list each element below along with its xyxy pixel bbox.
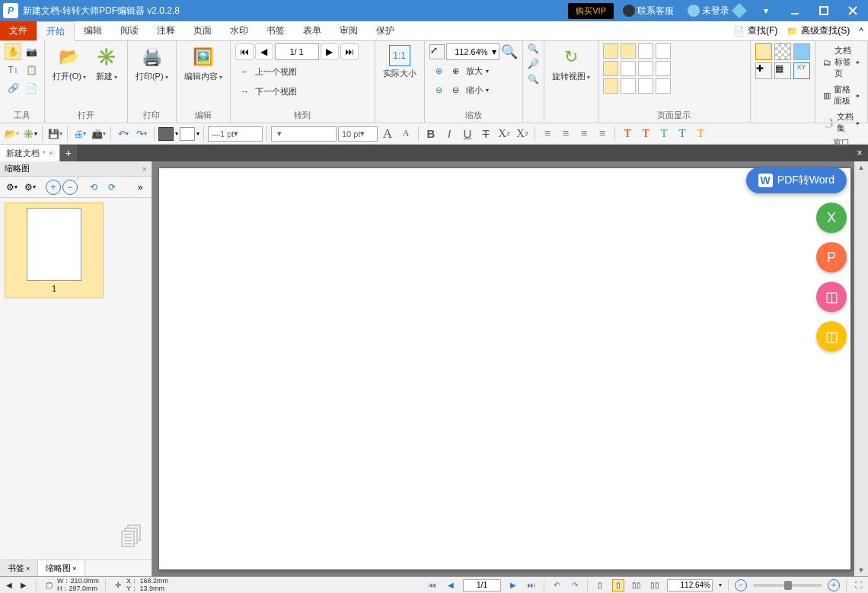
layout-7-icon[interactable] [638,61,653,76]
scroll-down-icon[interactable]: ▼ [854,564,868,576]
print-button[interactable]: 🖨️ 打印(P) [132,43,171,84]
sb-layout3-icon[interactable]: ▯▯ [630,579,643,591]
layout-continuous-icon[interactable] [621,43,636,59]
grid-icon[interactable]: ▦ [774,62,791,79]
thumbnail-item[interactable]: 1 [5,202,104,298]
next-page-button[interactable]: ▶ [321,43,339,60]
menu-start[interactable]: 开始 [37,21,75,41]
bold-icon[interactable]: B [423,126,439,142]
minimize-button[interactable] [783,0,807,21]
fit-icon[interactable]: ⤢ [429,44,445,59]
snapshot-tool[interactable]: 📷 [23,43,40,60]
page-number-input[interactable] [275,43,319,60]
edit-content-button[interactable]: 🖼️ 编辑内容 [181,43,225,84]
layout-6-icon[interactable] [621,61,636,76]
ruler-icon[interactable] [755,43,772,60]
sidebar-tab-thumbnail[interactable]: 缩略图× [38,560,85,576]
docset-button[interactable]: 📑文档集▸ [820,110,863,135]
menu-form[interactable]: 表单 [294,21,330,40]
last-page-button[interactable]: ⏭ [340,43,359,60]
strikethrough-icon[interactable]: T [477,126,494,142]
dropdown-button[interactable]: ▾ [754,0,778,21]
thumb-options-icon[interactable]: ⚙▾ [21,179,38,196]
layout-8-icon[interactable] [656,61,671,76]
transparency-grid-icon[interactable] [774,43,791,60]
menu-file[interactable]: 文件 [0,21,37,40]
sb-fullscreen-icon[interactable]: ⛶ [853,579,865,591]
qt-scan-icon[interactable]: 📠▾ [90,126,107,142]
zoom-magnifier-icon[interactable]: 🔍 [501,43,518,60]
sb-zoom-in-icon[interactable]: + [828,579,840,591]
layout-12-icon[interactable] [656,78,671,94]
qt-redo-icon[interactable]: ↷▾ [133,126,150,142]
highlight-icon[interactable]: T [637,126,654,142]
new-button[interactable]: ✳️ 新建 [91,43,123,84]
menu-bookmark[interactable]: 书签 [257,21,294,40]
layout-9-icon[interactable] [603,78,618,94]
dynamic-zoom-icon[interactable]: 🔍 [528,74,539,84]
sb-prev-page-icon[interactable]: ◀ [445,579,457,591]
pane-button[interactable]: ▥窗格面板▸ [820,82,863,108]
menu-page[interactable]: 页面 [184,21,221,40]
loupe-icon[interactable]: 🔎 [528,59,539,69]
superscript-icon[interactable]: X2 [514,126,531,142]
xy-icon[interactable]: XY [793,62,810,79]
sb-next-page-icon[interactable]: ▶ [507,579,519,591]
sb-arrow-right-icon[interactable]: ▶ [18,579,30,591]
hand-tool[interactable]: ✋ [5,43,21,60]
font-size-combo[interactable]: 10 pt ▾ [338,126,378,142]
float-excel-icon[interactable]: X [816,202,847,233]
layout-5-icon[interactable] [603,61,618,76]
qt-undo-icon[interactable]: ↶▾ [115,126,132,142]
stroke-color-swatch[interactable] [180,127,195,141]
guides-icon[interactable] [793,43,810,60]
qt-open-icon[interactable]: 📂▾ [3,126,20,142]
doc-tabs-button[interactable]: 🗂文档标签页▸ [820,43,863,81]
prev-page-button[interactable]: ◀ [255,43,273,60]
link-tool[interactable]: 🔗 [5,80,21,97]
subscript-icon[interactable]: X2 [496,126,512,142]
find-button[interactable]: 📄 查找(F) [729,21,782,40]
sb-zoom-input[interactable] [667,579,713,591]
snap-icon[interactable]: ✚ [755,62,772,79]
pdf-to-word-button[interactable]: W PDF转Word [746,167,847,193]
open-button[interactable]: 📂 打开(O) [49,43,89,84]
copy-tool[interactable]: 📄 [23,80,40,97]
text-select-tool[interactable]: T↕ [5,62,21,78]
sb-page-input[interactable] [463,579,501,591]
font-grow-icon[interactable]: A [379,126,396,142]
underline-icon[interactable]: U [459,126,476,142]
actual-size-button[interactable]: 1:1 实际大小 [380,43,420,81]
scroll-up-icon[interactable]: ▲ [854,161,868,174]
thumb-zoom-in-icon[interactable]: + [46,180,61,195]
qt-save-icon[interactable]: 💾▾ [46,126,63,142]
menu-annotate[interactable]: 注释 [148,21,184,40]
layout-cfacing-icon[interactable] [656,43,671,59]
layout-single-icon[interactable] [603,43,618,59]
sb-prev-view-icon[interactable]: ↶ [550,579,563,591]
first-page-button[interactable]: ⏮ [235,43,254,60]
ribbon-collapse-button[interactable]: ^ [854,21,868,40]
text-orange-icon[interactable]: T [692,126,709,142]
zoom-out-button[interactable]: ⊖⊖缩小▾ [429,81,492,98]
thumb-more-icon[interactable]: » [132,179,148,196]
text-color-icon[interactable]: T [619,126,636,142]
layout-11-icon[interactable] [638,78,653,94]
align-justify-icon[interactable]: ≡ [594,126,611,142]
document-tab[interactable]: 新建文档 * × [0,145,60,161]
layout-10-icon[interactable] [621,78,636,94]
clipboard-tool[interactable]: 📋 [23,62,40,78]
align-center-icon[interactable]: ≡ [557,126,574,142]
zoom-in-button[interactable]: ⊕⊕放大▾ [429,62,492,79]
tabs-close-all-icon[interactable]: × [851,145,868,161]
sb-layout1-icon[interactable]: ▯ [594,579,606,591]
line-width-combo[interactable]: — 1 pt ▾ [208,126,263,142]
sb-layout4-icon[interactable]: ▯▯ [649,579,661,591]
sidebar-tab-bookmark[interactable]: 书签× [0,560,38,576]
add-tab-button[interactable]: + [60,145,77,161]
sb-arrow-left-icon[interactable]: ◀ [3,579,15,591]
rotate-view-button[interactable]: ↻ 旋转视图 [549,43,593,84]
layout-facing-icon[interactable] [638,43,653,59]
vertical-scrollbar[interactable]: ▲ ▼ [854,161,868,576]
float-ppt-icon[interactable]: P [816,242,847,273]
